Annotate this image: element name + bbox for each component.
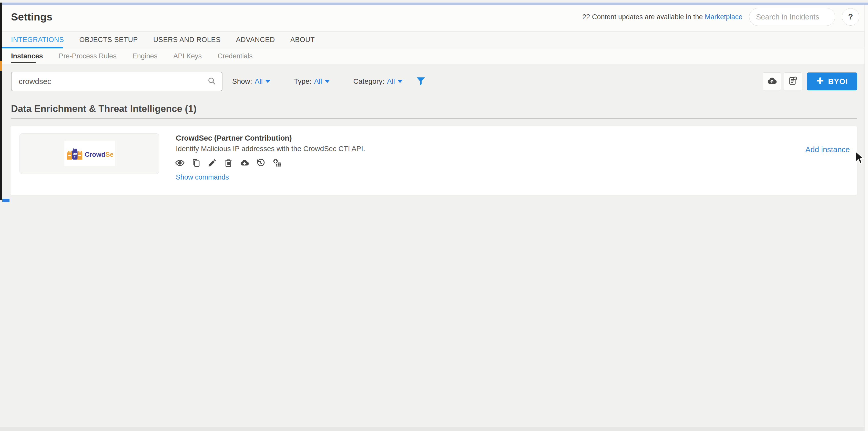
content-updates-text: 22 Content updates are available in the <box>583 13 705 21</box>
filter-show[interactable]: Show: All <box>232 77 270 86</box>
integration-card-crowdsec: CrowdSec CrowdSec (Partner Contribution)… <box>10 126 857 195</box>
header: Settings 22 Content updates are availabl… <box>0 3 868 32</box>
edit-icon[interactable] <box>207 158 218 168</box>
integration-actions <box>175 158 282 168</box>
download-icon[interactable] <box>239 158 250 168</box>
chevron-down-icon <box>265 80 270 83</box>
integration-title: CrowdSec (Partner Contribution) <box>176 134 292 142</box>
toolbar-right: BYOI <box>763 72 857 90</box>
settings-screen: Settings 22 Content updates are availabl… <box>0 3 868 431</box>
cloud-upload-icon <box>767 75 777 87</box>
window-left-edge <box>0 3 2 200</box>
filter-type-value: All <box>314 77 322 86</box>
integration-logs-button[interactable] <box>784 72 802 90</box>
subtab-api-keys[interactable]: API Keys <box>173 52 202 60</box>
help-button[interactable]: ? <box>842 8 859 26</box>
view-icon[interactable] <box>175 158 185 168</box>
tab-about[interactable]: ABOUT <box>290 36 315 44</box>
search-icon[interactable] <box>207 76 216 87</box>
integration-description: Identify Malicious IP addresses with the… <box>176 145 365 153</box>
tab-advanced[interactable]: ADVANCED <box>236 36 275 44</box>
show-commands-link[interactable]: Show commands <box>176 173 229 181</box>
integration-logo-tile: CrowdSec <box>20 133 159 174</box>
main-tabbar: INTEGRATIONS OBJECTS SETUP USERS AND ROL… <box>0 32 868 48</box>
global-search <box>749 8 835 26</box>
integrations-toolbar: Show: All Type: All Category: All <box>0 64 868 91</box>
global-search-input[interactable] <box>756 13 828 21</box>
create-mapping-icon[interactable] <box>271 158 282 168</box>
category-heading: Data Enrichment & Threat Intelligence (1… <box>11 103 857 114</box>
document-gear-icon <box>787 75 798 87</box>
logo-text-crowd: Crowd <box>85 151 105 158</box>
header-right: 22 Content updates are available in the … <box>583 8 859 26</box>
subtab-credentials[interactable]: Credentials <box>218 52 253 60</box>
filter-category-label: Category: <box>353 77 384 86</box>
subtab-instances[interactable]: Instances <box>11 52 43 60</box>
chevron-down-icon <box>325 80 330 83</box>
filter-show-label: Show: <box>232 77 252 86</box>
integration-search-input[interactable] <box>19 77 207 86</box>
filter-type[interactable]: Type: All <box>294 77 330 86</box>
window-top-edge <box>0 3 868 5</box>
marketplace-link[interactable]: Marketplace <box>705 13 742 21</box>
tab-objects-setup[interactable]: OBJECTS SETUP <box>80 36 138 44</box>
active-subtab-indicator <box>11 62 36 63</box>
reset-icon[interactable] <box>255 158 266 168</box>
filter-show-value: All <box>255 77 263 86</box>
byoi-label: BYOI <box>828 77 848 86</box>
content-updates-banner: 22 Content updates are available in the … <box>583 13 742 21</box>
plus-icon <box>816 77 824 86</box>
logo-text-sec: Sec <box>105 151 113 158</box>
integration-search <box>11 72 222 91</box>
filter-category-value: All <box>387 77 395 86</box>
filter-type-label: Type: <box>294 77 311 86</box>
window-bottom-edge <box>0 427 868 431</box>
chevron-down-icon <box>398 80 403 83</box>
byoi-button[interactable]: BYOI <box>807 72 857 90</box>
add-instance-link[interactable]: Add instance <box>805 145 850 154</box>
tab-users-and-roles[interactable]: USERS AND ROLES <box>153 36 221 44</box>
sub-tabbar: Instances Pre-Process Rules Engines API … <box>0 48 868 64</box>
filter-category[interactable]: Category: All <box>353 77 403 86</box>
subtab-engines[interactable]: Engines <box>132 52 158 60</box>
svg-text:CrowdSec: CrowdSec <box>85 151 113 158</box>
crowdsec-logo: CrowdSec <box>64 141 115 166</box>
divider <box>11 118 857 119</box>
window-left-edge-accent <box>0 61 2 71</box>
filter-funnel-icon[interactable] <box>415 76 426 87</box>
delete-icon[interactable] <box>223 158 234 168</box>
window-left-edge-blue <box>2 199 9 202</box>
tab-integrations[interactable]: INTEGRATIONS <box>11 36 64 44</box>
copy-icon[interactable] <box>191 158 202 168</box>
subtab-pre-process-rules[interactable]: Pre-Process Rules <box>59 52 117 60</box>
upload-integration-button[interactable] <box>763 72 781 90</box>
page-title: Settings <box>11 11 53 23</box>
filters: Show: All Type: All Category: All <box>232 77 403 86</box>
scrollbar-track[interactable] <box>864 5 868 431</box>
